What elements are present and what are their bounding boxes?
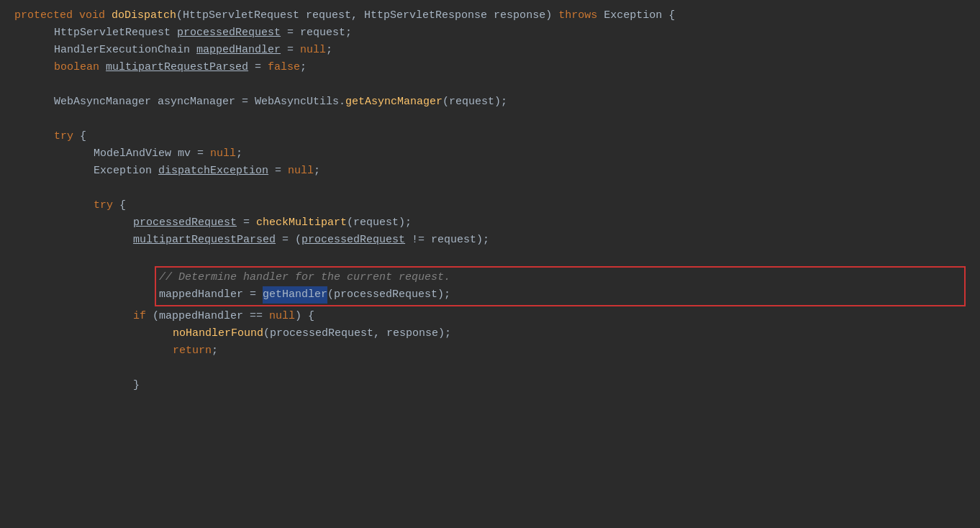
brace-open3: ) { (295, 308, 314, 325)
fn-noHandlerFound: noHandlerFound (173, 325, 263, 342)
var-mappedHandler2: mappedHandler (159, 286, 243, 304)
var-processedRequest3: processedRequest (301, 232, 405, 249)
brace-close: } (133, 377, 140, 394)
keyword-protected: protected (14, 7, 79, 24)
var-processedRequest: processedRequest (177, 24, 281, 42)
call-end: (request); (347, 214, 412, 232)
var-dispatchException: dispatchException (158, 163, 268, 180)
async-manager-decl: WebAsyncManager asyncManager = WebAsyncU… (54, 94, 345, 111)
type-handler: HandlerExecutionChain (54, 42, 196, 59)
fn-getAsyncManager: getAsyncManager (345, 94, 443, 111)
comment-handler: // Determine handler for the current req… (159, 269, 450, 286)
semi: ; (236, 145, 242, 163)
code-line-14: if (mappedHandler == null) { (0, 308, 980, 325)
empty-line-1 (0, 76, 980, 94)
if-condition: (mappedHandler == (146, 308, 269, 325)
mv-decl: ModelAndView mv = (94, 145, 210, 163)
assign6: = ( (276, 232, 301, 249)
code-line-4: boolean multipartRequestParsed = false; (0, 59, 980, 76)
keyword-boolean: boolean (54, 59, 106, 76)
keyword-try-outer: try (54, 128, 73, 145)
method-name-doDispatch: doDispatch (112, 7, 176, 24)
assign3: = (248, 59, 268, 76)
code-line-16: return; (0, 342, 980, 360)
async-call-end: (request); (443, 94, 507, 111)
call-end2: (processedRequest); (327, 286, 450, 304)
assign7: = (243, 286, 263, 304)
keyword-try-inner: try (94, 197, 113, 214)
var-mappedHandler: mappedHandler (196, 42, 281, 59)
semi3: ; (212, 342, 218, 360)
keyword-null4: null (269, 308, 295, 325)
code-line-9: try { (0, 197, 980, 214)
exception-type: Exception { (597, 7, 675, 24)
assign5: = (237, 214, 256, 232)
code-line-6: try { (0, 128, 980, 145)
keyword-throws: throws (558, 7, 597, 24)
empty-line-5 (0, 360, 980, 377)
var-multipart2: multipartRequestParsed (133, 232, 276, 249)
code-line-10: processedRequest = checkMultipart(reques… (0, 214, 980, 232)
code-line-15: noHandlerFound(processedRequest, respons… (0, 325, 980, 342)
code-line-1: protected void doDispatch(HttpServletReq… (0, 7, 980, 24)
highlighted-region: // Determine handler for the current req… (155, 266, 966, 306)
semi2: ; (314, 163, 320, 180)
assign4: = (268, 163, 288, 180)
code-editor: protected void doDispatch(HttpServletReq… (0, 0, 980, 528)
brace-open: { (73, 128, 86, 145)
empty-line-2 (0, 111, 980, 128)
empty-line-4 (0, 249, 980, 266)
keyword-null3: null (288, 163, 314, 180)
keyword-null2: null (210, 145, 236, 163)
var-multipart: multipartRequestParsed (106, 59, 248, 76)
assign2: = (281, 42, 300, 59)
params: (HttpServletRequest request, HttpServlet… (176, 7, 558, 24)
code-line-3: HandlerExecutionChain mappedHandler = nu… (0, 42, 980, 59)
code-line-8: Exception dispatchException = null; (0, 163, 980, 180)
fn-getHandler-selected: getHandler (263, 286, 327, 304)
call-args: (processedRequest, response); (263, 325, 451, 342)
code-line-11: multipartRequestParsed = (processedReque… (0, 232, 980, 249)
empty-line-3 (0, 180, 980, 197)
fn-checkMultipart: checkMultipart (256, 214, 347, 232)
code-line-7: ModelAndView mv = null; (0, 145, 980, 163)
keyword-null: null (300, 42, 326, 59)
keyword-if: if (133, 308, 146, 325)
keyword-void: void (79, 7, 112, 24)
exception-decl: Exception (94, 163, 158, 180)
keyword-return: return (173, 342, 212, 360)
code-line-5: WebAsyncManager asyncManager = WebAsyncU… (0, 94, 980, 111)
semicolon2: ; (300, 59, 307, 76)
semicolon: ; (326, 42, 332, 59)
brace-open2: { (113, 197, 126, 214)
code-line-12: // Determine handler for the current req… (159, 269, 961, 286)
var-processedRequest2: processedRequest (133, 214, 237, 232)
code-line-17: } (0, 377, 980, 394)
neq: != request); (405, 232, 489, 249)
code-line-2: HttpServletRequest processedRequest = re… (0, 24, 980, 42)
code-line-13: mappedHandler = getHandler(processedRequ… (159, 286, 961, 304)
assign: = request; (281, 24, 352, 42)
keyword-false: false (268, 59, 300, 76)
type-httpservlet: HttpServletRequest (54, 24, 177, 42)
